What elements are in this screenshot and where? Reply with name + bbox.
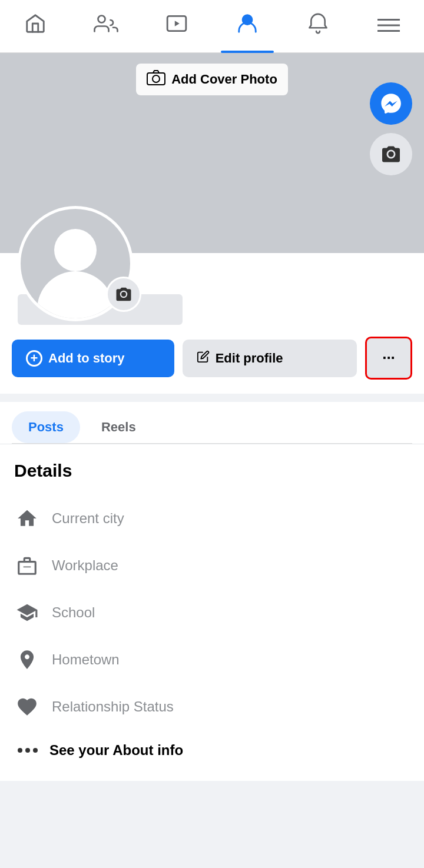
section-divider (0, 394, 424, 402)
see-about-info-row[interactable]: See your About info (14, 730, 410, 764)
add-to-story-button[interactable]: + Add to story (12, 340, 174, 377)
action-buttons-row: + Add to story Edit profile ··· (0, 337, 424, 394)
add-to-story-label: Add to story (48, 351, 125, 366)
nav-profile[interactable] (221, 0, 274, 53)
avatar-wrapper (18, 206, 135, 277)
detail-relationship[interactable]: Relationship Status (14, 683, 410, 730)
avatar-camera-button[interactable] (106, 277, 141, 312)
school-icon (14, 600, 40, 626)
current-city-icon (14, 505, 40, 531)
plus-icon: + (26, 350, 42, 367)
watch-icon (165, 12, 188, 40)
nav-friends[interactable] (80, 0, 132, 53)
avatar-camera-icon (115, 285, 132, 303)
profile-icon (236, 12, 259, 40)
tabs-row: Posts Reels (12, 402, 412, 444)
avatar-head (54, 229, 97, 271)
svg-point-0 (98, 16, 105, 23)
friends-icon (94, 12, 118, 40)
tabs-section: Posts Reels (0, 402, 424, 444)
detail-school[interactable]: School (14, 589, 410, 636)
edit-profile-label: Edit profile (216, 351, 283, 366)
svg-marker-2 (175, 21, 180, 26)
bell-icon (307, 12, 329, 40)
detail-workplace[interactable]: Workplace (14, 542, 410, 589)
hometown-icon (14, 647, 40, 673)
cover-right-buttons (370, 82, 412, 175)
tab-posts-label: Posts (28, 420, 64, 434)
detail-current-city[interactable]: Current city (14, 495, 410, 542)
workplace-icon (14, 553, 40, 578)
workplace-label: Workplace (52, 557, 118, 574)
cover-camera-button[interactable] (370, 133, 412, 175)
tab-reels-label: Reels (101, 420, 136, 434)
nav-notifications[interactable] (292, 0, 344, 53)
detail-hometown[interactable]: Hometown (14, 636, 410, 683)
relationship-label: Relationship Status (52, 699, 174, 715)
svg-point-8 (153, 75, 160, 82)
messenger-button[interactable] (370, 82, 412, 125)
tab-reels[interactable]: Reels (85, 411, 153, 443)
add-cover-photo-label: Add Cover Photo (171, 72, 277, 87)
nav-home[interactable] (9, 0, 62, 53)
home-icon (24, 12, 47, 40)
school-label: School (52, 604, 95, 621)
edit-profile-button[interactable]: Edit profile (183, 340, 357, 377)
tab-posts[interactable]: Posts (12, 411, 80, 443)
see-about-dots-icon (14, 748, 38, 753)
more-options-button[interactable]: ··· (365, 337, 412, 380)
nav-watch[interactable] (150, 0, 203, 53)
profile-section: + Add to story Edit profile ··· (0, 253, 424, 394)
camera-icon (147, 69, 165, 89)
current-city-label: Current city (52, 510, 124, 527)
details-title: Details (14, 461, 410, 481)
hometown-label: Hometown (52, 651, 120, 668)
add-cover-photo-button[interactable]: Add Cover Photo (136, 64, 288, 95)
relationship-icon (14, 694, 40, 720)
camera-fab-icon (380, 144, 402, 165)
more-dots-icon: ··· (382, 349, 395, 367)
pencil-icon (197, 350, 210, 367)
details-section: Details Current city Workplace School (0, 444, 424, 781)
avatar-body (37, 271, 114, 318)
see-about-label: See your About info (49, 742, 183, 759)
messenger-icon (379, 92, 403, 115)
hamburger-icon (377, 14, 400, 39)
top-navigation (0, 0, 424, 53)
nav-menu[interactable] (362, 0, 415, 53)
